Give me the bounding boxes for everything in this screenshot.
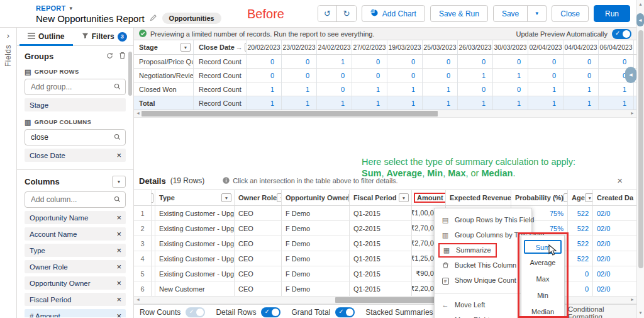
matrix-date-header[interactable]: 06/04/2023 bbox=[599, 40, 634, 54]
menu-item[interactable]: →Move Right bbox=[435, 312, 531, 318]
details-column-header[interactable]: Amount▼ bbox=[412, 190, 446, 205]
details-column-header[interactable]: Probability (%)▼ bbox=[511, 190, 568, 205]
remove-icon[interactable]: × bbox=[116, 297, 121, 303]
save-and-run-button[interactable]: Save & Run bbox=[430, 5, 488, 22]
details-cell[interactable]: CEO bbox=[235, 281, 282, 296]
details-cell[interactable]: Q1-2015 bbox=[350, 266, 412, 281]
details-cell[interactable]: 02/0 bbox=[593, 236, 636, 251]
details-column-header[interactable]: Type▼ bbox=[155, 190, 235, 205]
matrix-value-cell[interactable]: 1 bbox=[317, 55, 352, 68]
details-cell[interactable]: Existing Customer - Upgrade bbox=[155, 206, 235, 220]
remove-icon[interactable]: × bbox=[116, 280, 121, 287]
matrix-value-cell[interactable]: 0 bbox=[599, 55, 634, 68]
toggle-grand-total[interactable]: ✓ bbox=[335, 307, 355, 317]
scroll-right-icon[interactable]: ► bbox=[630, 297, 635, 302]
remove-icon[interactable]: × bbox=[116, 152, 121, 159]
matrix-value-cell[interactable]: 0 bbox=[352, 69, 387, 82]
column-dropdown-icon[interactable]: ▼ bbox=[277, 193, 282, 202]
matrix-value-cell[interactable]: 0 bbox=[493, 82, 528, 96]
details-cell[interactable]: Existing Customer - Upgrade bbox=[155, 236, 235, 251]
details-cell[interactable]: 02/0 bbox=[593, 251, 636, 266]
matrix-date-header[interactable]: 26/03/2023 bbox=[458, 40, 493, 54]
save-dropdown-button[interactable]: ▼ bbox=[528, 5, 547, 22]
matrix-value-cell[interactable]: 0 bbox=[317, 69, 352, 82]
details-cell[interactable]: 522 bbox=[568, 251, 593, 266]
matrix-value-cell[interactable]: 1 bbox=[599, 82, 634, 96]
matrix-date-header[interactable]: 19/03/2023 bbox=[387, 40, 423, 54]
details-cell[interactable]: F Demo bbox=[282, 281, 350, 296]
scroll-right-icon[interactable]: ► bbox=[630, 111, 635, 115]
matrix-col-dim-header[interactable]: Close Date → ▼ bbox=[194, 40, 247, 54]
matrix-value-cell[interactable]: 1 bbox=[423, 96, 458, 110]
matrix-value-cell[interactable]: 1 bbox=[247, 82, 282, 96]
columns-menu-button[interactable]: ▼ bbox=[112, 176, 126, 188]
details-cell[interactable]: 02/0 bbox=[593, 266, 636, 281]
close-details-icon[interactable]: × bbox=[617, 177, 623, 185]
matrix-value-cell[interactable]: 0 bbox=[458, 82, 493, 96]
details-column-header[interactable]: Age▼ bbox=[568, 190, 593, 205]
matrix-value-cell[interactable]: 1 bbox=[247, 96, 282, 110]
details-column-header[interactable]: Created Da bbox=[593, 190, 636, 205]
matrix-stage-cell[interactable]: Negotiation/Review bbox=[134, 69, 194, 82]
matrix-value-cell[interactable]: 0 bbox=[528, 69, 564, 82]
scroll-up-icon[interactable]: ▲ bbox=[637, 2, 644, 6]
summary-option-average[interactable]: Average bbox=[524, 256, 562, 270]
scroll-left-icon[interactable]: ◄ bbox=[136, 111, 140, 115]
summary-option-min[interactable]: Min bbox=[524, 289, 562, 303]
details-cell[interactable]: 02/0 bbox=[593, 281, 636, 296]
matrix-value-cell[interactable]: 0 bbox=[493, 55, 528, 68]
matrix-value-cell[interactable]: 0 bbox=[282, 69, 317, 82]
remove-icon[interactable]: × bbox=[116, 215, 121, 221]
remove-icon[interactable]: × bbox=[116, 264, 121, 270]
details-column-header[interactable]: Owner Role▼ bbox=[235, 190, 282, 205]
matrix-value-cell[interactable]: 0 bbox=[423, 55, 458, 68]
sidebar-scrollbar[interactable] bbox=[128, 52, 132, 96]
matrix-date-header[interactable]: 27/02/2023 bbox=[352, 40, 387, 54]
matrix-horizontal-scrollbar[interactable]: ◄ ► bbox=[134, 110, 636, 118]
scrollbar-thumb[interactable] bbox=[142, 111, 438, 116]
matrix-value-cell[interactable]: 1 bbox=[387, 96, 423, 110]
remove-icon[interactable]: × bbox=[116, 313, 121, 318]
matrix-value-cell[interactable]: 1 bbox=[352, 82, 387, 96]
details-cell[interactable]: Existing Customer - Upgrade bbox=[155, 221, 235, 236]
matrix-date-header[interactable]: 23/02/2023 bbox=[282, 40, 317, 54]
matrix-row-dim-header[interactable]: Stage ▼ bbox=[134, 40, 194, 54]
matrix-date-header[interactable]: 20/02/2023 bbox=[247, 40, 282, 54]
details-column-header[interactable]: Fiscal Period▼ bbox=[350, 190, 412, 205]
column-item[interactable]: Type× bbox=[25, 244, 126, 257]
page-scrollbar-track[interactable]: ▲ ◀ ▼ bbox=[636, 0, 644, 318]
column-item[interactable]: Owner Role× bbox=[25, 260, 126, 273]
column-dropdown-icon[interactable]: ▼ bbox=[221, 193, 231, 202]
matrix-value-cell[interactable]: 1 bbox=[493, 96, 528, 110]
matrix-value-cell[interactable]: 0 bbox=[458, 55, 493, 68]
toggle-detail-rows[interactable]: ✓ bbox=[261, 307, 280, 317]
matrix-value-cell[interactable]: 1 bbox=[387, 82, 423, 96]
column-dropdown-icon[interactable]: ▼ bbox=[564, 193, 568, 202]
column-item[interactable]: # Amount× bbox=[25, 309, 126, 317]
matrix-value-cell[interactable]: 1 bbox=[599, 96, 634, 110]
column-dropdown-icon[interactable]: ▼ bbox=[585, 193, 593, 202]
column-item[interactable]: Fiscal Period× bbox=[25, 293, 126, 306]
fields-panel-toggle[interactable]: › Fields bbox=[0, 28, 17, 318]
add-column-input[interactable] bbox=[25, 191, 126, 208]
column-item[interactable]: Opportunity Owner× bbox=[25, 276, 126, 290]
details-column-header[interactable]: Expected Revenue▼ bbox=[446, 190, 511, 205]
matrix-date-header[interactable]: 30/03/2023 bbox=[493, 40, 528, 54]
details-cell[interactable]: CEO bbox=[235, 206, 282, 220]
details-cell[interactable]: F Demo bbox=[282, 236, 350, 251]
matrix-value-cell[interactable]: 1 bbox=[528, 82, 564, 96]
scrollbar-thumb[interactable] bbox=[638, 30, 643, 268]
menu-item[interactable]: ▥Group Columns by This Field bbox=[435, 227, 531, 242]
matrix-stage-cell[interactable]: Total bbox=[134, 96, 194, 110]
details-cell[interactable]: New Customer bbox=[155, 281, 235, 296]
matrix-value-cell[interactable]: 0 bbox=[528, 55, 564, 68]
matrix-value-cell[interactable]: 0 bbox=[247, 55, 282, 68]
summary-option-median[interactable]: Median bbox=[524, 305, 562, 318]
details-cell[interactable]: F Demo bbox=[282, 221, 350, 236]
column-group-search-input[interactable] bbox=[25, 129, 126, 145]
details-cell[interactable]: Existing Customer - Upgrade bbox=[155, 266, 235, 281]
menu-item[interactable]: ▤Group Rows by This Field bbox=[435, 212, 531, 227]
details-column-header[interactable]: Opportunity Owner▼ bbox=[282, 190, 350, 205]
matrix-value-cell[interactable]: 0 bbox=[387, 55, 423, 68]
details-cell[interactable]: 522 bbox=[568, 236, 593, 251]
